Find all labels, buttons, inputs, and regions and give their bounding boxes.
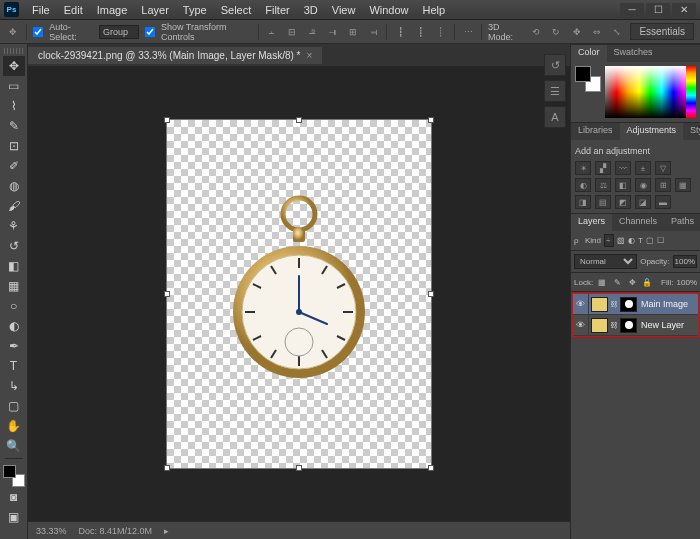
type-tool[interactable]: T — [3, 356, 25, 376]
menu-filter[interactable]: Filter — [258, 2, 296, 18]
crop-tool[interactable]: ⊡ — [3, 136, 25, 156]
quick-select-tool[interactable]: ✎ — [3, 116, 25, 136]
transform-handle[interactable] — [428, 291, 434, 297]
tab-layers[interactable]: Layers — [571, 214, 612, 231]
minimize-button[interactable]: ─ — [620, 3, 644, 17]
path-tool[interactable]: ↳ — [3, 376, 25, 396]
shape-tool[interactable]: ▢ — [3, 396, 25, 416]
tab-styles[interactable]: Styles — [683, 123, 700, 140]
panel-color-swatch[interactable] — [575, 66, 601, 92]
eraser-tool[interactable]: ◧ — [3, 256, 25, 276]
fill-field[interactable]: 100% — [677, 278, 697, 287]
filter-adjust-icon[interactable]: ◐ — [628, 236, 635, 245]
artboard[interactable] — [166, 119, 432, 469]
hue-strip[interactable] — [686, 66, 696, 118]
3d-zoom-icon[interactable]: ⤡ — [610, 24, 624, 40]
eyedropper-tool[interactable]: ✐ — [3, 156, 25, 176]
close-button[interactable]: ✕ — [672, 3, 696, 17]
transform-handle[interactable] — [164, 117, 170, 123]
tab-paths[interactable]: Paths — [664, 214, 700, 231]
zoom-tool[interactable]: 🔍 — [3, 436, 25, 456]
filter-pixel-icon[interactable]: ▧ — [617, 236, 625, 245]
workspace-preset[interactable]: Essentials — [630, 23, 694, 40]
3d-slide-icon[interactable]: ⇔ — [590, 24, 604, 40]
healing-tool[interactable]: ◍ — [3, 176, 25, 196]
align-hcenter-icon[interactable]: ⊞ — [346, 24, 360, 40]
mask-thumbnail[interactable] — [620, 297, 637, 312]
brightness-icon[interactable]: ☀ — [575, 161, 591, 175]
lock-all-icon[interactable]: 🔒 — [641, 276, 653, 288]
mask-thumbnail[interactable] — [620, 318, 637, 333]
posterize-icon[interactable]: ▤ — [595, 195, 611, 209]
photo-filter-icon[interactable]: ◉ — [635, 178, 651, 192]
tab-swatches[interactable]: Swatches — [607, 45, 660, 62]
menu-layer[interactable]: Layer — [134, 2, 176, 18]
maximize-button[interactable]: ☐ — [646, 3, 670, 17]
bw-icon[interactable]: ◧ — [615, 178, 631, 192]
canvas[interactable] — [28, 66, 570, 521]
quick-mask-tool[interactable]: ◙ — [3, 487, 25, 507]
menu-help[interactable]: Help — [416, 2, 453, 18]
link-icon[interactable]: ⛓ — [610, 300, 618, 309]
align-top-icon[interactable]: ⫠ — [265, 24, 279, 40]
document-tab[interactable]: clock-2939421.png @ 33.3% (Main Image, L… — [28, 47, 322, 64]
layer-thumbnail[interactable] — [591, 297, 608, 312]
transform-checkbox[interactable] — [145, 27, 155, 37]
lock-pixels-icon[interactable]: ✎ — [611, 276, 623, 288]
visibility-icon[interactable]: 👁 — [573, 315, 589, 335]
transform-handle[interactable] — [428, 117, 434, 123]
menu-image[interactable]: Image — [90, 2, 135, 18]
gradient-map-icon[interactable]: ▬ — [655, 195, 671, 209]
visibility-icon[interactable]: 👁 — [573, 294, 589, 314]
transform-handle[interactable] — [296, 117, 302, 123]
align-left-icon[interactable]: ⫣ — [325, 24, 339, 40]
selective-color-icon[interactable]: ◪ — [635, 195, 651, 209]
color-lookup-icon[interactable]: ▦ — [675, 178, 691, 192]
invert-icon[interactable]: ◨ — [575, 195, 591, 209]
dodge-tool[interactable]: ◐ — [3, 316, 25, 336]
toolbar-grip[interactable] — [4, 48, 24, 54]
close-tab-icon[interactable]: × — [307, 50, 313, 61]
menu-type[interactable]: Type — [176, 2, 214, 18]
zoom-level[interactable]: 33.33% — [36, 526, 67, 536]
blur-tool[interactable]: ○ — [3, 296, 25, 316]
lock-position-icon[interactable]: ✥ — [626, 276, 638, 288]
gradient-tool[interactable]: ▦ — [3, 276, 25, 296]
menu-view[interactable]: View — [325, 2, 363, 18]
color-spectrum[interactable] — [605, 66, 696, 118]
opacity-field[interactable]: 100% — [673, 255, 697, 268]
distribute-icon-2[interactable]: ┋ — [413, 24, 427, 40]
layer-name[interactable]: Main Image — [641, 299, 688, 309]
history-brush-tool[interactable]: ↺ — [3, 236, 25, 256]
hue-icon[interactable]: ◐ — [575, 178, 591, 192]
transform-handle[interactable] — [428, 465, 434, 471]
history-panel-icon[interactable]: ↺ — [544, 54, 566, 76]
more-icon[interactable]: ⋯ — [461, 24, 475, 40]
brush-tool[interactable]: 🖌 — [3, 196, 25, 216]
filter-smart-icon[interactable]: ☐ — [657, 236, 664, 245]
transform-handle[interactable] — [296, 465, 302, 471]
align-right-icon[interactable]: ⫤ — [366, 24, 380, 40]
layer-row[interactable]: 👁 ⛓ New Layer — [573, 315, 698, 336]
curves-icon[interactable]: 〰 — [615, 161, 631, 175]
color-swatches[interactable] — [3, 465, 25, 487]
foreground-color-swatch[interactable] — [3, 465, 16, 478]
layer-row[interactable]: 👁 ⛓ Main Image — [573, 294, 698, 315]
lock-transparent-icon[interactable]: ▦ — [596, 276, 608, 288]
blend-mode-dd[interactable]: Normal — [574, 254, 637, 269]
align-vcenter-icon[interactable]: ⊟ — [285, 24, 299, 40]
menu-edit[interactable]: Edit — [57, 2, 90, 18]
filter-shape-icon[interactable]: ▢ — [646, 236, 654, 245]
menu-file[interactable]: File — [25, 2, 57, 18]
tab-libraries[interactable]: Libraries — [571, 123, 620, 140]
layer-thumbnail[interactable] — [591, 318, 608, 333]
distribute-icon-3[interactable]: ┊ — [434, 24, 448, 40]
align-bottom-icon[interactable]: ⫡ — [305, 24, 319, 40]
move-tool[interactable]: ✥ — [3, 56, 25, 76]
link-icon[interactable]: ⛓ — [610, 321, 618, 330]
status-arrow-icon[interactable]: ▸ — [164, 526, 169, 536]
layer-name[interactable]: New Layer — [641, 320, 684, 330]
transform-handle[interactable] — [164, 465, 170, 471]
character-panel-icon[interactable]: A — [544, 106, 566, 128]
marquee-tool[interactable]: ▭ — [3, 76, 25, 96]
